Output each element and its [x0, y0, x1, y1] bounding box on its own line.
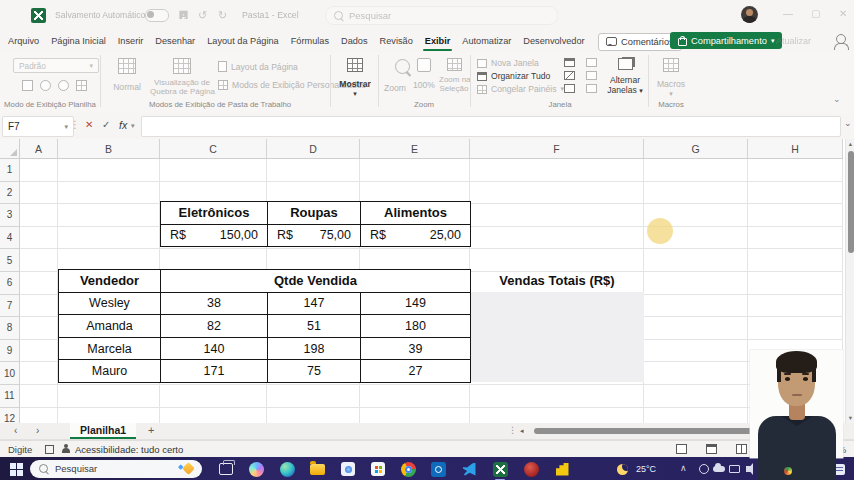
price-table[interactable]: EletrônicosRoupasAlimentosR$150,00R$75,0…	[160, 201, 471, 247]
row-header-1[interactable]: 1	[0, 159, 20, 182]
powerbi-button[interactable]	[552, 459, 572, 479]
new-window-button[interactable]: Nova Janela	[477, 58, 539, 68]
unhide-window-icon[interactable]	[564, 84, 575, 93]
outlook-button[interactable]	[428, 459, 448, 479]
scroll-up-icon[interactable]: ▴	[846, 139, 854, 149]
qty-value-cell[interactable]: 27	[361, 360, 471, 383]
tab-inserir[interactable]: Inserir	[116, 31, 146, 51]
price-value-cell[interactable]: R$150,00	[161, 225, 268, 248]
arrange-all-button[interactable]: Organizar Tudo	[477, 71, 550, 81]
vertical-scroll-thumb[interactable]	[848, 151, 854, 253]
row-header-10[interactable]: 10	[0, 362, 20, 385]
save-icon[interactable]: 🖪	[178, 9, 189, 21]
row-header-3[interactable]: 3	[0, 204, 20, 227]
temperature-label[interactable]: 25°C	[636, 464, 656, 474]
page-break-status-icon[interactable]	[736, 444, 747, 454]
view-side-by-side-icon[interactable]	[586, 58, 597, 67]
record-macro-icon[interactable]	[45, 445, 54, 454]
split-icon[interactable]	[564, 58, 575, 67]
switch-windows-button[interactable]: Alternar Janelas ▾	[604, 58, 646, 95]
vendor-name-cell[interactable]: Marcela	[59, 338, 161, 361]
column-header-A[interactable]: A	[20, 139, 58, 159]
qty-value-cell[interactable]: 75	[268, 360, 361, 383]
weather-button[interactable]	[612, 459, 632, 479]
zoom-selection-button[interactable]: Zoom na Seleção	[439, 58, 469, 93]
qty-value-cell[interactable]: 38	[161, 293, 268, 316]
add-sheet-icon[interactable]: +	[148, 424, 154, 436]
page-layout-button[interactable]: Layout da Página	[218, 61, 298, 72]
price-header-cell[interactable]: Roupas	[268, 202, 361, 225]
price-header-cell[interactable]: Eletrônicos	[161, 202, 268, 225]
scroll-left-icon[interactable]: ◂	[520, 427, 524, 435]
accessibility-status[interactable]: Acessibilidade: tudo certo	[75, 444, 183, 455]
price-value-cell[interactable]: R$75,00	[268, 225, 361, 248]
close-button[interactable]: ✕	[839, 8, 847, 19]
row-header-2[interactable]: 2	[0, 182, 20, 205]
normal-view-status-icon[interactable]	[676, 444, 687, 454]
qty-value-cell[interactable]: 51	[268, 315, 361, 338]
qty-value-cell[interactable]: 171	[161, 360, 268, 383]
price-value-cell[interactable]: R$25,00	[361, 225, 471, 248]
column-header-E[interactable]: E	[360, 139, 470, 159]
qty-value-cell[interactable]: 198	[268, 338, 361, 361]
totals-header-cell[interactable]: Vendas Totais (R$)	[470, 269, 644, 292]
vendor-name-cell[interactable]: Amanda	[59, 315, 161, 338]
presence-people-icon[interactable]	[836, 34, 846, 44]
horizontal-scroll-thumb[interactable]	[534, 428, 757, 434]
taskbar-search[interactable]: Pesquisar	[30, 460, 202, 478]
page-layout-status-icon[interactable]	[706, 444, 717, 454]
macros-button[interactable]: Macros ▾	[652, 58, 690, 97]
maximize-button[interactable]: ▢	[811, 8, 820, 19]
start-button[interactable]	[6, 459, 26, 479]
row-header-11[interactable]: 11	[0, 385, 20, 408]
view-options-icon[interactable]	[76, 80, 87, 91]
row-header-8[interactable]: 8	[0, 317, 20, 340]
expand-formula-bar-icon[interactable]: ⌄	[844, 118, 852, 128]
freeze-panes-button[interactable]: Congelar Painéis ▾	[477, 84, 564, 94]
price-header-cell[interactable]: Alimentos	[361, 202, 471, 225]
redo-icon[interactable]: ↻	[218, 9, 227, 22]
store-button[interactable]	[368, 459, 388, 479]
sales-table[interactable]: VendedorQtde VendidaWesley38147149Amanda…	[58, 269, 471, 383]
tab-revisão[interactable]: Revisão	[378, 31, 415, 51]
account-avatar[interactable]	[741, 6, 758, 23]
row-header-6[interactable]: 6	[0, 272, 20, 295]
reset-window-position-icon[interactable]	[586, 84, 597, 93]
qty-value-cell[interactable]: 140	[161, 338, 268, 361]
vertical-scrollbar[interactable]: ▴ ▾	[845, 139, 854, 423]
new-sheet-view-icon[interactable]	[58, 80, 69, 91]
totals-result-cells[interactable]	[470, 292, 644, 382]
tab-desenvolvedor[interactable]: Desenvolvedor	[521, 31, 586, 51]
previous-sheet-icon[interactable]: ‹	[14, 425, 17, 436]
cells-area[interactable]: EletrônicosRoupasAlimentosR$150,00R$75,0…	[20, 159, 843, 423]
scrollbar-grip-icon[interactable]: ⋮	[508, 425, 517, 435]
undo-icon[interactable]: ↺	[198, 9, 207, 22]
synchronous-scrolling-icon[interactable]	[586, 71, 597, 80]
vendor-header-cell[interactable]: Vendedor	[59, 270, 161, 293]
hide-window-icon[interactable]	[564, 71, 575, 80]
autosave-toggle[interactable]	[145, 9, 169, 22]
vendor-name-cell[interactable]: Wesley	[59, 293, 161, 316]
zoom-100-button[interactable]: 100%	[409, 58, 439, 90]
row-header-4[interactable]: 4	[0, 227, 20, 250]
keep-view-icon[interactable]	[22, 80, 33, 91]
column-header-H[interactable]: H	[748, 139, 843, 159]
tray-chevron-icon[interactable]: ∧	[680, 463, 687, 473]
tab-fórmulas[interactable]: Fórmulas	[289, 31, 331, 51]
scroll-down-icon[interactable]: ▾	[846, 413, 854, 423]
chrome-button[interactable]	[398, 459, 418, 479]
row-header-7[interactable]: 7	[0, 295, 20, 318]
vscode-button[interactable]	[459, 459, 479, 479]
row-header-9[interactable]: 9	[0, 340, 20, 363]
column-header-C[interactable]: C	[160, 139, 267, 159]
sheet-view-dropdown[interactable]: Padrão ▾	[13, 58, 99, 73]
formula-input[interactable]	[141, 116, 841, 137]
tab-dados[interactable]: Dados	[339, 31, 370, 51]
normal-view-button[interactable]: Normal	[104, 58, 150, 92]
collapse-ribbon-icon[interactable]: ⌄	[833, 94, 841, 104]
excel-taskbar-button[interactable]	[490, 459, 510, 479]
tab-layout-da-página[interactable]: Layout da Página	[205, 31, 281, 51]
qty-value-cell[interactable]: 82	[161, 315, 268, 338]
tab-exibir[interactable]: Exibir	[423, 31, 453, 51]
column-header-B[interactable]: B	[58, 139, 160, 159]
